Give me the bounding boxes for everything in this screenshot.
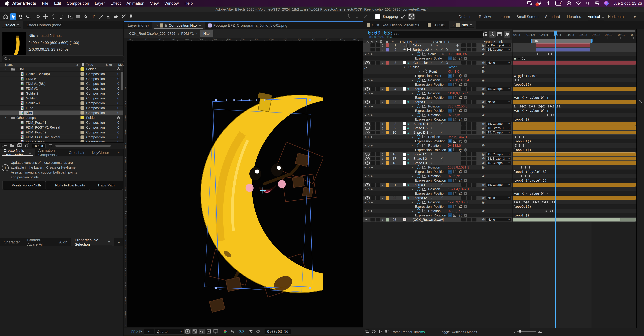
keyframe-diamond-icon[interactable]: [550, 105, 552, 108]
expression-graph-icon[interactable]: [453, 178, 458, 182]
exposure-value[interactable]: +0,0: [237, 329, 244, 333]
toggle-switches-button[interactable]: Toggle Switches / Modes: [440, 330, 477, 334]
property-value[interactable]: 1728,9,1853,8: [448, 200, 469, 204]
keyframe-icon[interactable]: [537, 53, 539, 55]
property-name[interactable]: Position: [428, 187, 440, 191]
eye-icon[interactable]: [365, 196, 370, 200]
eye-icon[interactable]: [365, 87, 370, 91]
layer-duration-bar[interactable]: [536, 48, 590, 52]
interpret-footage-icon[interactable]: [2, 143, 7, 148]
eye-icon[interactable]: [365, 152, 370, 156]
keyframe-icon[interactable]: [546, 201, 548, 204]
expression-language-icon[interactable]: ▶: [464, 179, 467, 182]
expression-graph-icon[interactable]: [453, 109, 458, 112]
expand-arrow-icon[interactable]: ❯: [382, 152, 384, 156]
expression-language-icon[interactable]: ▶: [464, 205, 467, 208]
project-item-fdm-post-2[interactable]: FDM_Post #2Composition0: [0, 130, 124, 135]
property-value[interactable]: 956,5,1467,1: [448, 135, 468, 139]
pickwhip-icon[interactable]: @: [482, 78, 485, 82]
frame-blending-icon[interactable]: [496, 31, 503, 38]
expression-language-icon[interactable]: ▶: [464, 57, 467, 60]
property-row-expression-rotation[interactable]: Expression: Rotation=@▶loopIn(): [363, 213, 636, 218]
parent-pickwhip-icon[interactable]: @: [482, 43, 485, 48]
project-item-fdm-1[interactable]: FDM #1Composition0: [0, 76, 124, 81]
layer-duration-bar[interactable]: [536, 44, 590, 47]
hand-tool[interactable]: [18, 14, 24, 20]
keyframe-icon[interactable]: [553, 114, 555, 116]
selection-tool[interactable]: [10, 14, 16, 20]
menu-clock[interactable]: Jue 2 oct. 23:26: [613, 1, 642, 6]
workspace-vertical[interactable]: Vertical≡: [588, 12, 604, 21]
delete-item-icon[interactable]: [49, 143, 52, 148]
label-chip[interactable]: [386, 161, 389, 165]
resolution-dropdown[interactable]: Quarter∨: [155, 328, 184, 335]
expression-enabled-icon[interactable]: =: [448, 96, 452, 100]
property-name[interactable]: Rotation: [428, 143, 441, 148]
keyframe-nav[interactable]: ◀◇▶: [364, 209, 373, 213]
comp-tab-composition-nito[interactable]: ×Composition Nito≡: [152, 22, 204, 29]
expression-name[interactable]: Expression: Rotation: [415, 148, 446, 152]
effects-icon[interactable]: ☼: [436, 48, 438, 52]
collapse-arrow-icon[interactable]: ∨: [382, 48, 384, 52]
pickwhip-icon[interactable]: @: [482, 209, 485, 213]
parent-dropdown[interactable]: None∨: [486, 196, 511, 200]
expression-text[interactable]: var X = value[0] + thisComp.layer("Contr…: [514, 109, 636, 113]
eye-icon[interactable]: [365, 156, 370, 161]
props-tab-content-aware-fill[interactable]: Content-Aware Fill: [24, 238, 56, 246]
layer-row-nito-2[interactable]: ❯1TNito 2♀☼⟋◉@2. Burbuja #∨: [363, 43, 636, 48]
breadcrumb-nito[interactable]: Nito: [200, 30, 213, 37]
expand-layer-switches-icon[interactable]: [365, 330, 370, 334]
property-row-expression-rotation[interactable]: Expression: Rotation=@▶loopOut(): [363, 148, 636, 152]
keyframe-icon[interactable]: [522, 144, 524, 147]
layer-row-pierna-i[interactable]: ∨21#Pierna I♀⟋@15. Cuerpo∨: [363, 182, 636, 187]
comp-mini-flowchart-icon[interactable]: [482, 31, 488, 38]
expression-name[interactable]: Expression: Rotation: [415, 213, 446, 218]
snapshot-icon[interactable]: [248, 328, 254, 334]
region-of-interest-icon[interactable]: [408, 14, 415, 20]
eye-icon[interactable]: [365, 122, 370, 126]
property-row-position[interactable]: ◀◇▶∨Position785,7,2156,8@: [363, 104, 636, 109]
project-item-fdm-post-3[interactable]: FDM_Post #3Composition0: [0, 140, 124, 142]
expand-arrow-icon[interactable]: ❯: [382, 122, 384, 126]
layer-name[interactable]: Brazo D 1: [414, 122, 428, 126]
keyframe-icon[interactable]: [515, 79, 517, 81]
quality-icon[interactable]: ⟋: [440, 130, 442, 135]
keyframe-icon[interactable]: [552, 210, 554, 212]
keyframe-icon[interactable]: [515, 144, 517, 147]
menu-file[interactable]: File: [42, 1, 48, 6]
layer-name[interactable]: Burbuja #2: [413, 48, 429, 52]
layer-row-brazo-i-3[interactable]: ∨18#Brazo I 3♀⟋@15. Cuerpo∨: [363, 161, 636, 165]
nulls-tab-keycloner-[interactable]: KeyCloner-: [88, 149, 114, 156]
pickwhip-icon[interactable]: @: [482, 165, 485, 170]
project-item-fdm-post-1[interactable]: FDM_Post #1Composition0: [0, 120, 124, 125]
label-chip[interactable]: [386, 61, 389, 64]
keyframe-icon[interactable]: [518, 144, 520, 147]
label-chip[interactable]: [386, 122, 389, 126]
pickwhip-icon[interactable]: @: [482, 65, 485, 69]
layer-name[interactable]: [CCK_Re..wn 2.wav]: [413, 218, 444, 222]
work-area-end-handle[interactable]: [591, 39, 592, 43]
project-item-fdm-2[interactable]: FDM #2Composition0: [0, 86, 124, 91]
keyframe-nav[interactable]: ◀◇▶: [364, 143, 373, 148]
project-item-goldie-2[interactable]: Goldie 2Composition0: [0, 91, 124, 96]
layer-row-burbuja-2[interactable]: ∨2★Burbuja #2♀☼⟋fx◉@15. Cuerpo∨: [363, 48, 636, 52]
expression-pickwhip-icon[interactable]: @: [458, 118, 463, 121]
quality-icon[interactable]: ⟋: [440, 48, 442, 52]
collapse-arrow-icon[interactable]: ∨: [382, 100, 384, 104]
property-value[interactable]: -3,4,1,6: [448, 69, 459, 74]
pickwhip-icon[interactable]: @: [482, 91, 485, 96]
new-folder-icon[interactable]: [10, 144, 14, 148]
pickwhip-icon[interactable]: @: [482, 135, 485, 139]
snapping-checkbox[interactable]: [375, 14, 380, 19]
property-row-scale[interactable]: ◀◇▶∨Scale∞98,9,100,0%@: [363, 52, 636, 56]
layer-duration-bar[interactable]: [513, 183, 636, 186]
comp-timecode[interactable]: 0:00:03:16: [265, 328, 291, 335]
pickwhip-icon[interactable]: @: [482, 187, 485, 191]
expression-name[interactable]: Expression: Position: [415, 191, 446, 196]
rectangle-tool[interactable]: [75, 14, 81, 20]
keyframe-diamond-icon[interactable]: [531, 105, 534, 108]
expression-pickwhip-icon[interactable]: @: [458, 109, 463, 112]
comp-tab-layer-none-[interactable]: Layer (none): [124, 22, 152, 29]
project-vertical-scrollbar[interactable]: [121, 72, 123, 90]
zoom-tool[interactable]: [25, 14, 31, 20]
